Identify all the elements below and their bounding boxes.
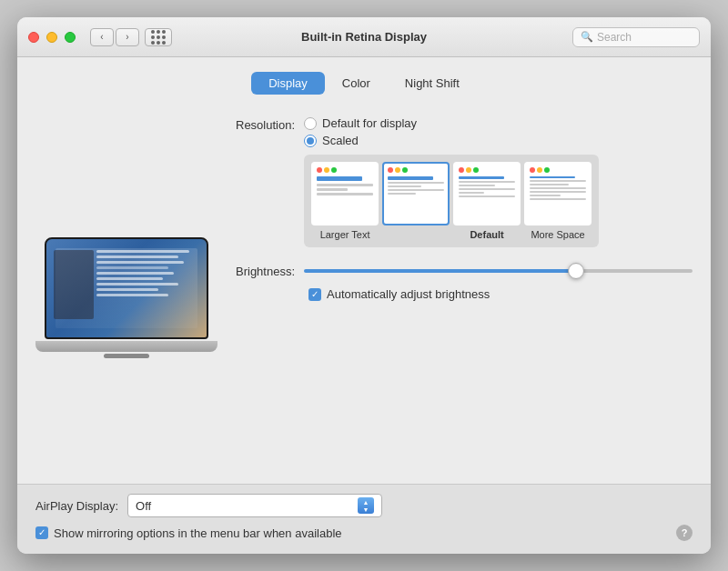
resolution-label: Resolution: (236, 116, 295, 132)
help-button[interactable]: ? (676, 525, 693, 541)
resolution-section: Resolution: Default for display Scaled (236, 116, 693, 247)
brightness-slider-thumb[interactable] (568, 263, 584, 279)
laptop-notch (104, 354, 149, 358)
main-panel: Resolution: Default for display Scaled (35, 107, 693, 469)
titlebar: ‹ › Built-in Retina Display 🔍 Search (17, 17, 711, 57)
brightness-slider-track[interactable] (304, 269, 693, 273)
res-thumb-larger-text-label: Larger Text (320, 229, 370, 240)
settings-panel: Resolution: Default for display Scaled (236, 107, 693, 469)
tab-color[interactable]: Color (325, 72, 388, 95)
brightness-section: Brightness: ✓ Automatically adjust brigh… (236, 262, 693, 301)
search-icon: 🔍 (581, 31, 593, 43)
res-thumb-more-space-label: More Space (531, 229, 584, 240)
system-preferences-window: ‹ › Built-in Retina Display 🔍 Search Dis… (17, 17, 711, 554)
res-thumb-selected[interactable] (382, 162, 450, 225)
res-thumb-default[interactable] (453, 162, 521, 225)
nav-buttons: ‹ › (90, 28, 139, 46)
tab-display[interactable]: Display (251, 72, 325, 95)
traffic-lights (28, 32, 76, 43)
search-placeholder: Search (597, 31, 632, 44)
mirroring-checkmark-icon: ✓ (38, 528, 46, 537)
brightness-slider-container (304, 262, 693, 280)
bottom-content: AirPlay Display: Off ▲ ▼ ✓ Show mirrorin… (35, 494, 693, 545)
resolution-options: Default for display Scaled (304, 116, 599, 247)
radio-scaled-button[interactable] (304, 135, 317, 147)
grid-button[interactable] (145, 28, 172, 46)
laptop-base (35, 341, 217, 352)
auto-brightness-label: Automatically adjust brightness (327, 287, 490, 301)
minimize-button[interactable] (46, 32, 57, 43)
resolution-thumbnails: Larger Text (304, 155, 599, 247)
radio-default-label: Default for display (322, 116, 417, 130)
close-button[interactable] (28, 32, 39, 43)
radio-default-button[interactable] (304, 117, 317, 130)
auto-brightness-row: ✓ Automatically adjust brightness (308, 287, 693, 301)
window-title: Built-in Retina Display (301, 30, 427, 44)
res-thumb-larger-text[interactable] (311, 162, 379, 225)
radio-scaled: Scaled (304, 134, 599, 147)
laptop-preview (35, 125, 217, 469)
content-area: Display Color Night Shift (17, 57, 711, 484)
brightness-row: Brightness: (236, 262, 693, 280)
forward-button[interactable]: › (116, 28, 139, 46)
back-button[interactable]: ‹ (90, 28, 114, 46)
airplay-value: Off (136, 499, 151, 513)
radio-default: Default for display (304, 116, 599, 130)
laptop-screen-body (45, 237, 208, 339)
auto-brightness-checkbox[interactable]: ✓ (308, 288, 321, 301)
dropdown-arrow-icon: ▲ ▼ (358, 497, 374, 514)
tab-bar: Display Color Night Shift (35, 72, 693, 95)
mirroring-checkbox[interactable]: ✓ (35, 526, 48, 539)
search-box[interactable]: 🔍 Search (572, 27, 700, 47)
checkmark-icon: ✓ (311, 290, 318, 299)
mirroring-label: Show mirroring options in the menu bar w… (54, 526, 342, 540)
bottom-bar: AirPlay Display: Off ▲ ▼ ✓ Show mirrorin… (17, 484, 711, 554)
radio-scaled-label: Scaled (322, 134, 359, 147)
brightness-label: Brightness: (236, 265, 295, 278)
airplay-label: AirPlay Display: (35, 499, 118, 513)
maximize-button[interactable] (65, 32, 76, 43)
tab-night-shift[interactable]: Night Shift (388, 72, 477, 95)
res-thumb-more-space[interactable] (524, 162, 592, 225)
mirroring-row: ✓ Show mirroring options in the menu bar… (35, 521, 693, 545)
res-thumb-default-label: Default (470, 229, 503, 240)
airplay-dropdown[interactable]: Off ▲ ▼ (127, 494, 382, 517)
airplay-row: AirPlay Display: Off ▲ ▼ (35, 494, 693, 517)
